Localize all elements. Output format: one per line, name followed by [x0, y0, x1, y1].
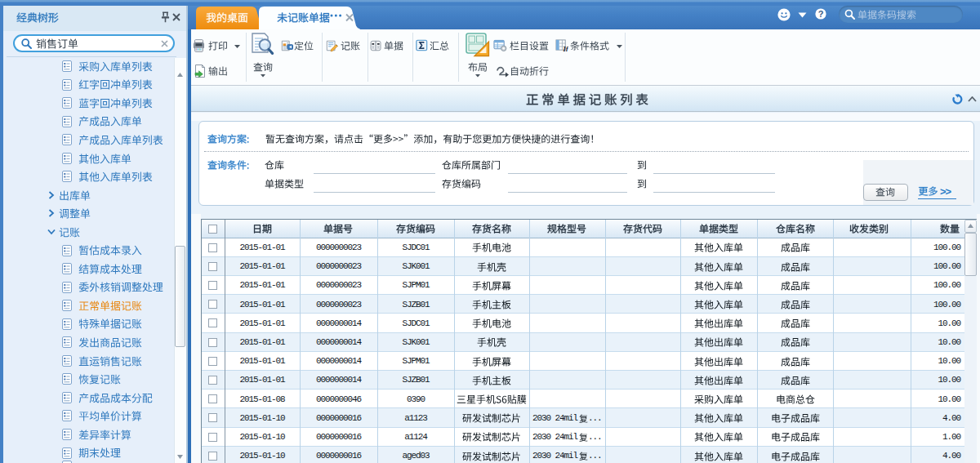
- svg-text:?: ?: [818, 9, 824, 19]
- svg-text:If: If: [562, 45, 568, 51]
